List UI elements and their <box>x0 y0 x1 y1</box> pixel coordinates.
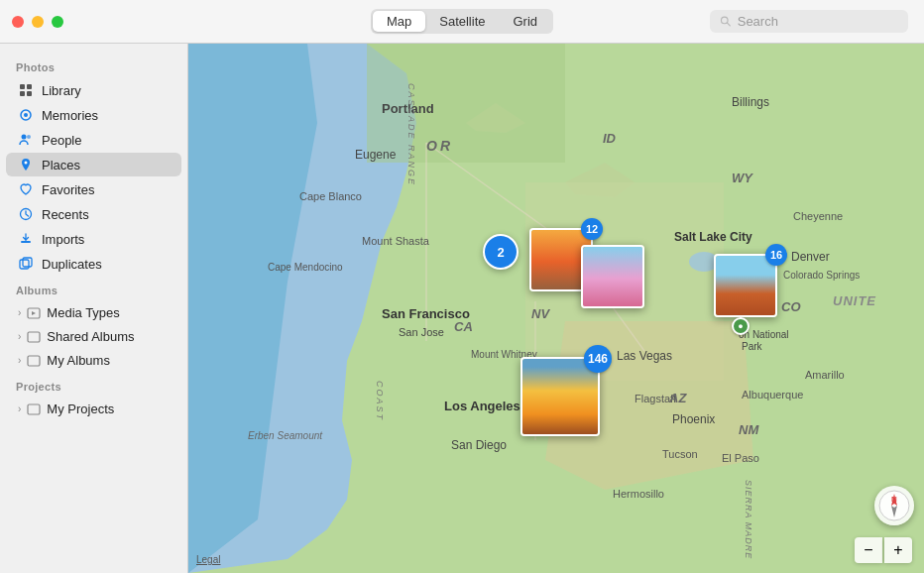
satellite-view-button[interactable]: Satellite <box>425 11 499 32</box>
imports-label: Imports <box>42 232 84 247</box>
cluster-pin-reno[interactable]: 2 <box>483 234 519 270</box>
united-label: UNITE <box>833 293 876 308</box>
tucson-label: Tucson <box>662 448 698 460</box>
svg-point-8 <box>22 135 27 140</box>
imports-icon <box>18 231 34 247</box>
zoom-in-button[interactable]: + <box>884 537 912 563</box>
grid-icon <box>18 82 34 98</box>
search-icon <box>720 15 732 28</box>
nm-label: NM <box>739 422 758 437</box>
amarillo-label: Amarillo <box>805 369 845 381</box>
zoom-controls: − + <box>855 537 912 563</box>
nv-label: NV <box>531 306 549 321</box>
minimize-button[interactable] <box>32 16 44 28</box>
shared-albums-label: Shared Albums <box>47 329 134 344</box>
svg-point-9 <box>27 135 31 139</box>
my-projects-label: My Projects <box>47 401 114 416</box>
photo-pin-utah[interactable]: 16 <box>714 254 777 317</box>
denver-label: Denver <box>791 250 830 264</box>
view-switcher: Map Satellite Grid <box>371 9 553 34</box>
duplicates-icon <box>18 256 34 272</box>
el-paso-label: El Paso <box>722 452 759 464</box>
search-input[interactable] <box>738 14 898 29</box>
chevron-right-icon-2: › <box>18 331 21 342</box>
svg-point-10 <box>25 162 28 165</box>
cape-blanco-label: Cape Blanco <box>299 190 362 202</box>
sidebar-item-imports[interactable]: Imports <box>6 227 181 251</box>
map-background <box>188 44 924 573</box>
sidebar-item-favorites[interactable]: Favorites <box>6 177 181 201</box>
sidebar-item-shared-albums[interactable]: › Shared Albums <box>6 325 181 348</box>
sidebar-item-my-projects[interactable]: › My Projects <box>6 398 181 420</box>
search-bar[interactable] <box>710 10 908 33</box>
coast-label: COAST <box>375 381 385 421</box>
pin-count-utah: 16 <box>765 244 787 266</box>
svg-rect-17 <box>28 332 40 342</box>
recents-icon <box>18 206 34 222</box>
svg-marker-16 <box>32 311 36 315</box>
places-icon <box>18 157 34 172</box>
places-label: Places <box>42 158 80 172</box>
pin-count-la: 146 <box>584 345 612 373</box>
zoom-out-button[interactable]: − <box>855 537 882 563</box>
my-albums-icon <box>27 354 41 368</box>
svg-rect-19 <box>28 404 40 414</box>
svg-rect-2 <box>20 84 25 89</box>
svg-rect-18 <box>28 356 40 366</box>
media-types-icon <box>27 306 41 320</box>
los-angeles-label: Los Angeles <box>444 399 520 413</box>
svg-text:N: N <box>891 495 897 504</box>
pin-count-sacramento: 12 <box>581 218 603 240</box>
eugene-label: Eugene <box>355 148 396 162</box>
my-projects-icon <box>27 402 41 416</box>
projects-section-label: Projects <box>0 373 187 397</box>
ca-label: CA <box>454 319 473 334</box>
sidebar-item-memories[interactable]: Memories <box>6 103 181 127</box>
chevron-right-icon: › <box>18 307 21 318</box>
las-vegas-label: Las Vegas <box>617 349 672 363</box>
colorado-springs-label: Colorado Springs <box>783 270 860 281</box>
phoenix-label: Phoenix <box>672 412 715 426</box>
chevron-right-icon-3: › <box>18 355 21 366</box>
cascade-label: CASCADE RANGE <box>406 83 416 186</box>
map-view-button[interactable]: Map <box>373 11 425 32</box>
sidebar-item-places[interactable]: Places <box>6 153 181 176</box>
sidebar: Photos Library Memories People Places <box>0 44 188 573</box>
albuquerque-label: Albuquerque <box>742 389 803 401</box>
cape-mendocino-label: Cape Mendocino <box>268 262 343 273</box>
sidebar-item-duplicates[interactable]: Duplicates <box>6 252 181 276</box>
photo-pin-dress[interactable] <box>581 245 644 308</box>
traffic-lights <box>12 16 63 28</box>
grid-view-button[interactable]: Grid <box>499 11 551 32</box>
sidebar-item-library[interactable]: Library <box>6 78 181 102</box>
duplicates-label: Duplicates <box>42 257 102 272</box>
media-types-label: Media Types <box>47 305 119 320</box>
sidebar-item-recents[interactable]: Recents <box>6 202 181 226</box>
photo-thumbnail-canyon <box>714 254 777 317</box>
favorites-label: Favorites <box>42 182 94 197</box>
sidebar-item-my-albums[interactable]: › My Albums <box>6 349 181 372</box>
sidebar-item-media-types[interactable]: › Media Types <box>6 301 181 324</box>
salt-lake-city-label: Salt Lake City <box>674 230 752 244</box>
my-albums-label: My Albums <box>47 353 110 368</box>
people-label: People <box>42 133 81 148</box>
chevron-right-icon-4: › <box>18 403 21 414</box>
memories-icon <box>18 107 34 123</box>
heart-icon <box>18 181 34 197</box>
svg-rect-3 <box>27 84 32 89</box>
compass: N <box>874 486 914 525</box>
main-content: Photos Library Memories People Places <box>0 44 924 573</box>
id-label: ID <box>603 131 616 146</box>
or-label: OR <box>426 138 453 154</box>
maximize-button[interactable] <box>52 16 63 28</box>
memories-label: Memories <box>42 108 98 123</box>
sidebar-item-people[interactable]: People <box>6 128 181 152</box>
map-area[interactable]: Portland Eugene Cape Blanco Cape Mendoci… <box>188 44 924 573</box>
close-button[interactable] <box>12 16 24 28</box>
shared-albums-icon <box>27 330 41 344</box>
photo-pin-la[interactable]: 146 <box>520 357 600 436</box>
park-label: Park <box>742 341 762 352</box>
legal-link[interactable]: Legal <box>196 554 220 565</box>
park-marker[interactable]: ● <box>732 317 750 335</box>
library-label: Library <box>42 83 81 98</box>
